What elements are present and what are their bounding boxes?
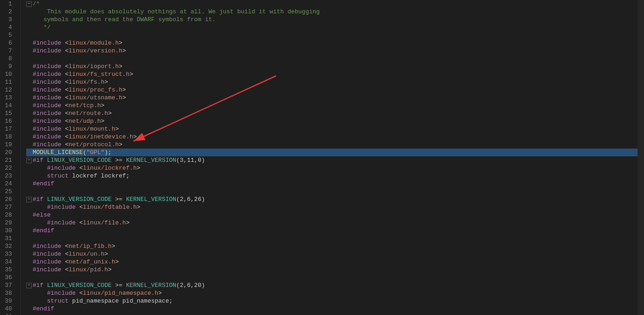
code-token-include-bracket: > — [108, 109, 112, 117]
code-token-include-bracket: > — [101, 117, 104, 125]
code-token-include-path: linux/module.h — [69, 39, 119, 47]
code-token-plain — [61, 86, 65, 94]
fold-icon[interactable]: − — [26, 158, 32, 163]
code-token-include-bracket: > — [119, 63, 122, 70]
code-line: #else — [26, 211, 638, 219]
code-token-include-bracket: < — [79, 164, 83, 172]
code-token-plain: >= — [112, 281, 126, 289]
code-token-include-path: linux/fs_struct.h — [69, 70, 130, 78]
scrollbar[interactable] — [638, 0, 644, 315]
code-token-preprocessor-cond: #endif — [33, 305, 54, 313]
code-token-plain — [61, 242, 65, 250]
code-token-plain — [61, 109, 65, 117]
code-line — [26, 55, 638, 63]
code-token-include-bracket: > — [119, 39, 122, 47]
code-token-include-bracket: > — [104, 250, 108, 258]
code-token-plain — [76, 289, 80, 297]
code-line: #include <linux/proc_fs.h> — [26, 86, 638, 94]
code-token-include-bracket: < — [65, 63, 69, 70]
code-token-plain — [33, 203, 47, 211]
fold-icon[interactable]: − — [26, 1, 32, 7]
code-line: #include <linux/lockref.h> — [26, 164, 638, 172]
code-token-include-path: linux/fdtable.h — [83, 203, 137, 211]
code-token-include-bracket: > — [126, 219, 130, 227]
code-token-version-macro: LINUX_VERSION_CODE — [47, 281, 111, 289]
code-token-include-path: linux/file.h — [83, 219, 126, 227]
line-number: 34 — [0, 258, 16, 266]
code-line: #include <net/protocol.h> — [26, 141, 638, 149]
code-token-keyword: struct — [47, 297, 69, 305]
line-number: 3 — [0, 16, 16, 23]
code-token-preprocessor: #include — [33, 78, 61, 86]
code-token-plain — [61, 125, 65, 133]
code-line: #endif — [26, 305, 638, 313]
line-number: 9 — [0, 63, 16, 70]
code-token-include-bracket: > — [112, 242, 115, 250]
code-line: struct lockref lockref; — [26, 172, 638, 180]
line-number: 20 — [0, 149, 16, 156]
code-line: #include <linux/pid_namespace.h> — [26, 289, 638, 297]
code-line: #include <net/tcp.h> — [26, 102, 638, 109]
code-token-plain — [33, 164, 47, 172]
code-token-plain — [76, 164, 80, 172]
code-token-include-bracket: < — [65, 117, 69, 125]
editor-container: 1234567891011121314151617181920212223242… — [0, 0, 644, 315]
code-area[interactable]: −/* This module does absolutely nothings… — [21, 0, 638, 315]
code-token-version-macro: KERNEL_VERSION — [126, 156, 176, 164]
code-token-plain — [61, 39, 65, 47]
code-token-preprocessor: #include — [33, 266, 61, 274]
code-line: #include <linux/utsname.h> — [26, 94, 638, 102]
code-token-include-bracket: < — [65, 242, 69, 250]
line-number: 10 — [0, 70, 16, 78]
code-token-version-macro: KERNEL_VERSION — [126, 195, 176, 203]
code-token-preprocessor-cond: #if — [33, 156, 43, 164]
code-line: #include <net/ip_fib.h> — [26, 242, 638, 250]
code-line: #include <linux/ioport.h> — [26, 63, 638, 70]
code-token-include-bracket: < — [65, 39, 69, 47]
code-token-preprocessor: #include — [47, 289, 75, 297]
line-number: 14 — [0, 102, 16, 109]
code-token-version-macro: LINUX_VERSION_CODE — [47, 156, 111, 164]
code-token-preprocessor: #include — [33, 94, 61, 102]
code-line: #include <net/udp.h> — [26, 117, 638, 125]
line-number: 36 — [0, 274, 16, 281]
code-token-include-bracket: > — [104, 78, 108, 86]
line-number: 4 — [0, 23, 16, 31]
code-token-include-path: net/ip_fib.h — [69, 242, 112, 250]
code-token-preprocessor: #include — [33, 39, 61, 47]
code-token-plain: (3,11,0) — [176, 156, 205, 164]
code-token-plain — [76, 219, 80, 227]
line-number: 35 — [0, 266, 16, 274]
code-line: #include <linux/mount.h> — [26, 125, 638, 133]
line-number: 19 — [0, 141, 16, 149]
code-line: #endif — [26, 180, 638, 188]
fold-icon[interactable]: − — [26, 197, 32, 202]
code-token-include-path: net/af_unix.h — [69, 258, 115, 266]
code-token-plain — [33, 297, 47, 305]
code-line: #include <linux/inetdevice.h> — [26, 133, 638, 141]
code-token-include-bracket: < — [65, 266, 69, 274]
line-number: 27 — [0, 203, 16, 211]
code-line: #include <net/route.h> — [26, 109, 638, 117]
code-token-preprocessor-cond: #else — [33, 211, 51, 219]
line-number: 5 — [0, 31, 16, 39]
code-token-preprocessor: #include — [33, 117, 61, 125]
code-token-include-bracket: < — [65, 102, 69, 109]
code-token-include-bracket: < — [65, 47, 69, 55]
line-number: 11 — [0, 78, 16, 86]
code-token-plain — [61, 70, 65, 78]
code-token-include-path: linux/version.h — [69, 47, 122, 55]
line-number: 28 — [0, 211, 16, 219]
code-line: #include <linux/fs.h> — [26, 78, 638, 86]
line-number: 15 — [0, 109, 16, 117]
code-line: #include <linux/fdtable.h> — [26, 203, 638, 211]
code-token-include-bracket: > — [115, 125, 119, 133]
line-number: 32 — [0, 242, 16, 250]
fold-icon[interactable]: − — [26, 283, 32, 288]
line-number: 2 — [0, 8, 16, 16]
line-number: 17 — [0, 125, 16, 133]
code-token-plain — [61, 266, 65, 274]
code-token-include-bracket: < — [79, 289, 83, 297]
code-token-include-bracket: > — [101, 102, 104, 109]
code-token-include-bracket: < — [65, 86, 69, 94]
